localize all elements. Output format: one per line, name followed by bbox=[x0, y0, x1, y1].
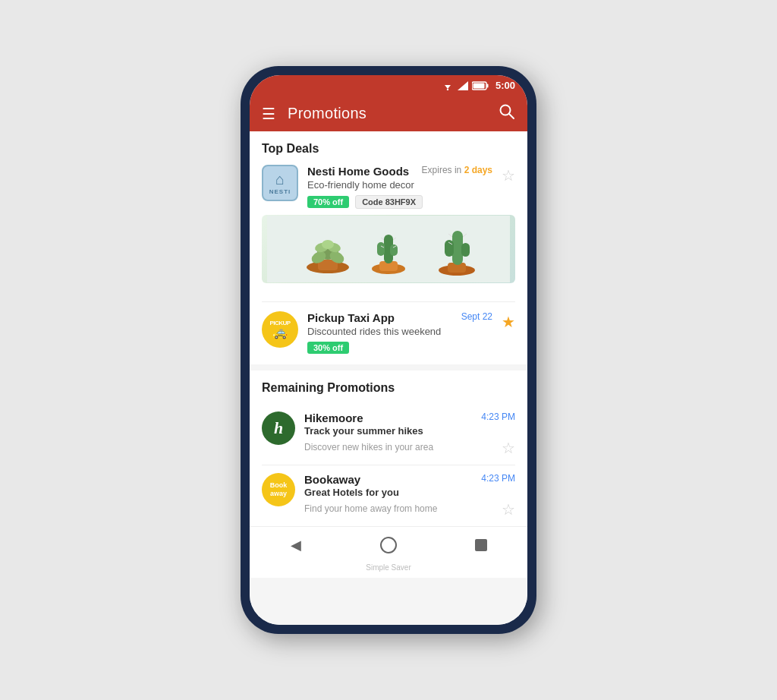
nesti-discount-badge: 70% off bbox=[307, 196, 349, 208]
svg-point-17 bbox=[322, 240, 334, 249]
phone-screen: 5:00 ☰ Promotions Top Deals bbox=[250, 75, 527, 625]
expires-days: 2 days bbox=[464, 165, 492, 175]
svg-rect-21 bbox=[377, 242, 385, 256]
bookaway-title: Great Hotels for you bbox=[304, 487, 515, 498]
top-deals-title: Top Deals bbox=[262, 142, 515, 156]
hikemoore-header: Hikemoore 4:23 PM bbox=[304, 411, 515, 424]
nesti-expires: Expires in 2 days bbox=[422, 165, 492, 175]
svg-rect-6 bbox=[473, 83, 484, 88]
nav-bar: ◀ bbox=[250, 526, 527, 560]
nesti-image bbox=[262, 215, 515, 283]
status-bar: 5:00 bbox=[250, 75, 527, 96]
pickup-discount-badge: 30% off bbox=[307, 342, 349, 354]
bookaway-info: Bookaway 4:23 PM Great Hotels for you Fi… bbox=[304, 473, 515, 519]
svg-rect-31 bbox=[461, 243, 470, 257]
svg-rect-5 bbox=[486, 84, 488, 87]
nesti-header: Nesti Home Goods Expires in 2 days bbox=[307, 165, 492, 178]
pickup-header: Pickup Taxi App Sept 22 bbox=[307, 311, 492, 324]
pickup-info: Pickup Taxi App Sept 22 Discounted rides… bbox=[307, 311, 492, 354]
bookaway-logo: Bookaway bbox=[262, 473, 295, 506]
status-icons: 5:00 bbox=[442, 80, 515, 91]
home-circle-icon bbox=[380, 537, 397, 553]
hikemoore-time: 4:23 PM bbox=[481, 411, 515, 422]
hikemoore-logo: h bbox=[262, 411, 295, 445]
toolbar: ☰ Promotions bbox=[250, 96, 527, 131]
status-time: 5:00 bbox=[495, 80, 515, 91]
svg-rect-22 bbox=[390, 244, 398, 256]
search-icon[interactable] bbox=[499, 103, 515, 124]
pickup-logo: PICKUP 🚕 bbox=[262, 311, 298, 348]
content-area: Top Deals ⌂ NESTI Nesti Home Goods bbox=[250, 131, 527, 625]
svg-point-2 bbox=[447, 88, 448, 90]
remaining-promotions-section: Remaining Promotions h Hikemoore 4:23 PM… bbox=[250, 370, 527, 526]
svg-marker-3 bbox=[458, 81, 468, 90]
deal-item-nesti[interactable]: ⌂ NESTI Nesti Home Goods Expires in 2 da… bbox=[262, 165, 515, 302]
hikemoore-subtitle: Discover new hikes in your area ☆ bbox=[304, 437, 515, 457]
promo-item-hikemoore[interactable]: h Hikemoore 4:23 PM Track your summer hi… bbox=[262, 404, 515, 465]
top-deals-section: Top Deals ⌂ NESTI Nesti Home Goods bbox=[250, 131, 527, 364]
bookaway-header: Bookaway 4:23 PM bbox=[304, 473, 515, 486]
code-label: Code bbox=[362, 197, 383, 207]
app-footer-label: Simple Saver bbox=[250, 560, 527, 578]
battery-icon bbox=[472, 81, 489, 90]
remaining-title: Remaining Promotions bbox=[262, 381, 515, 395]
hikemoore-star[interactable]: ☆ bbox=[502, 439, 515, 457]
bookaway-subtitle: Find your home away from home ☆ bbox=[304, 499, 515, 519]
bookaway-star[interactable]: ☆ bbox=[502, 500, 515, 519]
phone-frame: 5:00 ☰ Promotions Top Deals bbox=[241, 66, 536, 634]
code-value: 83HF9X bbox=[385, 197, 416, 207]
nesti-code-badge: Code 83HF9X bbox=[355, 195, 423, 209]
promo-item-bookaway[interactable]: Bookaway Bookaway 4:23 PM Great Hotels f… bbox=[262, 465, 515, 526]
pickup-name: Pickup Taxi App bbox=[307, 311, 395, 324]
hikemoore-info: Hikemoore 4:23 PM Track your summer hike… bbox=[304, 411, 515, 457]
hikemoore-name: Hikemoore bbox=[304, 411, 363, 424]
svg-rect-29 bbox=[452, 231, 463, 265]
recents-button[interactable] bbox=[470, 534, 492, 556]
bookaway-name: Bookaway bbox=[304, 473, 360, 486]
bookaway-time: 4:23 PM bbox=[481, 473, 515, 484]
pickup-subtitle: Discounted rides this weekend bbox=[307, 326, 492, 337]
recents-square-icon bbox=[475, 539, 487, 551]
wifi-icon bbox=[442, 81, 454, 90]
deal-row-pickup: PICKUP 🚕 Pickup Taxi App Sept 22 Discoun… bbox=[262, 311, 515, 354]
nesti-logo: ⌂ NESTI bbox=[262, 165, 298, 201]
menu-icon[interactable]: ☰ bbox=[262, 105, 275, 123]
toolbar-title: Promotions bbox=[288, 105, 486, 122]
svg-line-8 bbox=[509, 114, 514, 118]
deal-item-pickup[interactable]: PICKUP 🚕 Pickup Taxi App Sept 22 Discoun… bbox=[262, 302, 515, 364]
signal-icon bbox=[458, 81, 468, 90]
deal-row-nesti: ⌂ NESTI Nesti Home Goods Expires in 2 da… bbox=[262, 165, 515, 209]
nesti-star[interactable]: ☆ bbox=[502, 166, 515, 184]
nesti-info: Nesti Home Goods Expires in 2 days Eco-f… bbox=[307, 165, 492, 209]
pickup-badges: 30% off bbox=[307, 342, 492, 354]
pickup-date: Sept 22 bbox=[461, 311, 492, 322]
nesti-badges: 70% off Code 83HF9X bbox=[307, 195, 492, 209]
nesti-name: Nesti Home Goods bbox=[307, 165, 409, 178]
pickup-star[interactable]: ★ bbox=[502, 313, 515, 331]
hikemoore-title: Track your summer hikes bbox=[304, 425, 515, 437]
svg-marker-0 bbox=[445, 85, 451, 89]
nesti-subtitle: Eco-friendly home decor bbox=[307, 179, 492, 191]
expires-label: Expires in bbox=[422, 165, 462, 175]
back-button[interactable]: ◀ bbox=[285, 534, 307, 556]
home-button[interactable] bbox=[378, 534, 399, 556]
